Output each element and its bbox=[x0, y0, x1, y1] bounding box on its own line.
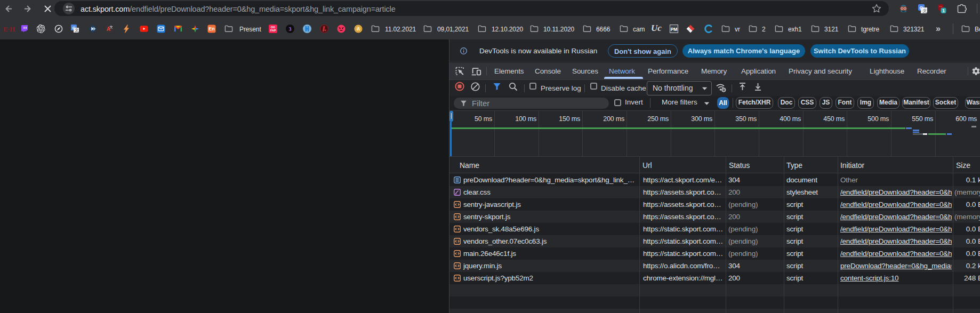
svg-text:PM: PM bbox=[671, 27, 678, 32]
svg-text:文: 文 bbox=[109, 25, 113, 29]
svg-text:FAP: FAP bbox=[270, 29, 276, 32]
svg-text:A: A bbox=[357, 26, 360, 31]
svg-text:1: 1 bbox=[942, 8, 945, 13]
svg-text:文: 文 bbox=[75, 28, 79, 33]
svg-text:文: 文 bbox=[923, 9, 927, 13]
svg-text:3: 3 bbox=[289, 26, 292, 32]
svg-text:En: En bbox=[208, 26, 214, 31]
